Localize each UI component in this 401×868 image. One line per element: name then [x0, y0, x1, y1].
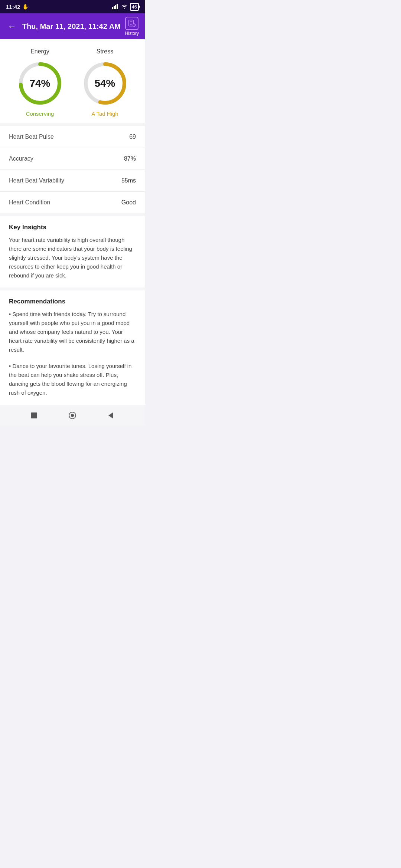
home-button[interactable] [66, 409, 79, 422]
insights-section: Key Insights Your heart rate variability… [0, 216, 145, 287]
wifi-icon [121, 4, 128, 9]
svg-rect-15 [31, 412, 37, 418]
header-title: Thu, Mar 11, 2021, 11:42 AM [18, 22, 125, 31]
accuracy-value: 87% [124, 155, 136, 162]
back-button[interactable]: ← [6, 20, 18, 33]
svg-rect-1 [114, 6, 115, 9]
energy-label: Energy [30, 48, 49, 55]
time-display: 11:42 [6, 4, 20, 10]
status-time: 11:42 ✋ [6, 4, 29, 10]
stat-row-accuracy: Accuracy 87% [0, 148, 145, 170]
stress-ring: 54% [81, 59, 129, 108]
battery-indicator: 46 [130, 3, 139, 11]
signal-icon [112, 4, 119, 9]
energy-status: Conserving [26, 111, 54, 117]
stress-value: 54% [94, 78, 115, 89]
svg-rect-2 [115, 5, 116, 9]
accuracy-label: Accuracy [9, 155, 33, 162]
insights-heading: Key Insights [9, 224, 136, 231]
insights-text: Your heart rate variability is high over… [9, 236, 136, 280]
energy-gauge: Energy 74% Conserving [16, 48, 64, 117]
status-bar: 11:42 ✋ 46 [0, 0, 145, 13]
history-label: History [125, 31, 139, 36]
condition-value: Good [121, 199, 136, 206]
recommendations-section: Recommendations • Spend time with friend… [0, 290, 145, 405]
back-nav-button[interactable] [104, 409, 117, 422]
variability-label: Heart Beat Variability [9, 177, 64, 184]
svg-rect-0 [112, 7, 113, 9]
recommendation-2: • Dance to your favourite tunes. Losing … [9, 362, 136, 397]
bottom-nav [0, 405, 145, 425]
svg-point-17 [71, 414, 74, 417]
stress-label: Stress [97, 48, 113, 55]
heartbeat-value: 69 [129, 134, 136, 140]
recommendation-1: • Spend time with friends today. Try to … [9, 310, 136, 354]
svg-rect-3 [117, 4, 118, 9]
main-content: Energy 74% Conserving Stress 54% A Tad H… [0, 39, 145, 405]
gauges-section: Energy 74% Conserving Stress 54% A Tad H… [0, 39, 145, 123]
stress-gauge: Stress 54% A Tad High [81, 48, 129, 117]
status-icons: 46 [112, 3, 139, 11]
heartbeat-label: Heart Beat Pulse [9, 134, 54, 140]
stat-row-variability: Heart Beat Variability 55ms [0, 170, 145, 192]
condition-label: Heart Condition [9, 199, 50, 206]
recommendations-heading: Recommendations [9, 298, 136, 305]
stat-row-condition: Heart Condition Good [0, 192, 145, 213]
history-icon [125, 17, 138, 30]
svg-marker-18 [108, 412, 113, 418]
app-header: ← Thu, Mar 11, 2021, 11:42 AM History [0, 13, 145, 39]
energy-ring: 74% [16, 59, 64, 108]
energy-value: 74% [29, 78, 50, 89]
hand-icon: ✋ [22, 4, 29, 10]
stress-status: A Tad High [91, 111, 118, 117]
history-button[interactable]: History [125, 17, 139, 36]
stats-section: Heart Beat Pulse 69 Accuracy 87% Heart B… [0, 126, 145, 213]
stat-row-heartbeat: Heart Beat Pulse 69 [0, 126, 145, 148]
stop-button[interactable] [27, 409, 41, 422]
variability-value: 55ms [121, 177, 136, 184]
